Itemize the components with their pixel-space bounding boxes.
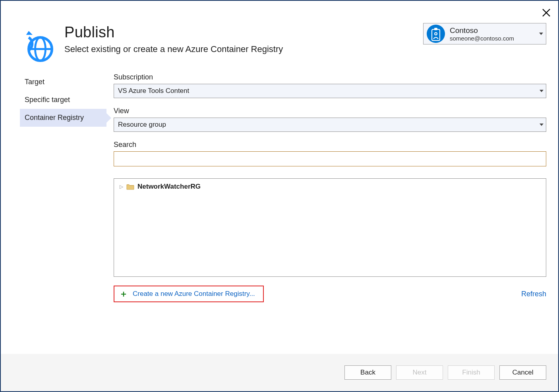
svg-point-8 [435,33,437,35]
subscription-label: Subscription [114,73,546,81]
search-label: Search [114,141,546,149]
view-label: View [114,107,546,115]
account-info: Contoso someone@contoso.com [450,26,537,42]
refresh-link[interactable]: Refresh [521,290,546,298]
form-area: Subscription VS Azure Tools Content View… [106,73,546,354]
header-text: Publish Select existing or create a new … [64,24,412,54]
account-selector[interactable]: Contoso someone@contoso.com [423,23,546,44]
svg-marker-5 [26,31,33,35]
svg-rect-7 [434,28,437,30]
header: Publish Select existing or create a new … [1,1,558,62]
sidebar: Target Specific target Container Registr… [20,73,106,354]
view-value: Resource group [118,121,166,129]
svg-marker-11 [540,124,544,126]
publish-globe-icon [22,31,53,62]
caret-collapsed-icon[interactable]: ▷ [120,184,123,189]
tree-item-label: NetworkWatcherRG [137,183,201,191]
svg-marker-10 [540,90,544,92]
body: Target Specific target Container Registr… [1,62,558,354]
subscription-select[interactable]: VS Azure Tools Content [114,84,546,98]
subscription-value: VS Azure Tools Content [118,87,189,95]
create-new-registry-link[interactable]: ＋ Create a new Azure Container Registry.… [114,286,264,302]
back-button[interactable]: Back [344,365,391,380]
search-input[interactable] [114,151,546,166]
create-new-label: Create a new Azure Container Registry... [133,290,255,298]
tree-item[interactable]: ▷ NetworkWatcherRG [120,183,540,191]
close-icon [542,8,551,17]
cancel-button[interactable]: Cancel [499,365,546,380]
sidebar-item-target[interactable]: Target [20,73,106,91]
chevron-down-icon [540,124,544,126]
sidebar-item-container-registry[interactable]: Container Registry [20,109,106,127]
view-select[interactable]: Resource group [114,118,546,132]
next-button[interactable]: Next [396,365,443,380]
account-email: someone@contoso.com [450,35,537,42]
page-subtitle: Select existing or create a new Azure Co… [64,44,412,54]
account-dropdown-toggle[interactable] [537,25,544,43]
folder-icon [126,183,134,190]
svg-marker-9 [539,33,543,35]
sidebar-item-specific-target[interactable]: Specific target [20,91,106,109]
publish-dialog: Publish Select existing or create a new … [0,0,559,392]
finish-button[interactable]: Finish [448,365,495,380]
page-title: Publish [64,24,412,41]
resource-tree[interactable]: ▷ NetworkWatcherRG [114,178,546,277]
chevron-down-icon [539,33,543,35]
account-name: Contoso [450,26,537,35]
footer: Back Next Finish Cancel [1,354,558,391]
below-tree-row: ＋ Create a new Azure Container Registry.… [114,286,546,302]
close-button[interactable] [542,8,551,17]
account-badge-icon [427,25,445,43]
chevron-down-icon [540,90,544,92]
plus-icon: ＋ [119,290,128,298]
